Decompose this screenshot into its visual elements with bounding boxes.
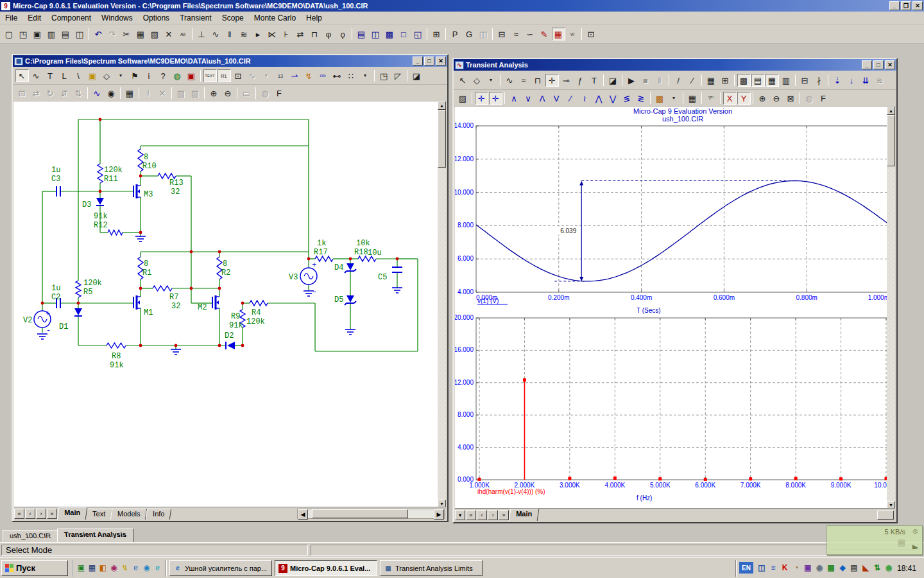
menu-component[interactable]: Component	[46, 12, 96, 24]
power-label-icon[interactable]: P	[449, 28, 462, 40]
taskbar-task-ушной-усилитель-с-пар[interactable]: eУшной усилитель с пар...	[169, 560, 272, 576]
wire-mode-icon[interactable]: L	[58, 69, 71, 82]
border-icon[interactable]: ◳	[377, 69, 391, 82]
print-preview-icon[interactable]: ◫	[73, 28, 87, 40]
schematic-window[interactable]: ▦ C:\Program Files\Spectrum Software\MC9…	[12, 54, 449, 522]
net-activity-icon[interactable]: ⇅	[871, 561, 883, 574]
animate-icon[interactable]: ∽	[524, 28, 537, 40]
prev-page-button[interactable]: ‹	[25, 509, 35, 519]
antivirus-icon[interactable]: K	[779, 561, 791, 574]
capacitor-icon[interactable]: ‖	[223, 28, 237, 40]
analysis-hscroll-thumb[interactable]	[877, 511, 894, 520]
help-point-icon[interactable]: ?	[157, 69, 170, 82]
select-icon[interactable]: ↖	[456, 74, 470, 87]
probe-icon[interactable]: ✎	[538, 28, 551, 40]
updater-icon[interactable]: ◔	[791, 561, 802, 574]
zoom-in-icon[interactable]: ⊕	[207, 87, 221, 100]
tab-menu-button[interactable]: ▾	[455, 510, 465, 520]
launch-1-icon[interactable]: ▣	[76, 561, 87, 574]
tile-vertical-icon[interactable]: ◫	[369, 28, 382, 40]
cursor-left-icon[interactable]: ⇣	[831, 74, 844, 87]
slope-icon[interactable]: ∕	[564, 92, 578, 105]
cursor-mode-icon[interactable]: ✛	[545, 74, 559, 87]
component-mode-icon[interactable]: ∿	[30, 69, 43, 82]
r1-attr-icon[interactable]: R1	[218, 69, 231, 82]
global-high-icon[interactable]: ⋀	[592, 92, 606, 105]
tab-main[interactable]: Main	[57, 507, 88, 520]
clock[interactable]: 18:41	[897, 561, 921, 575]
minimize-button[interactable]: _	[413, 57, 423, 66]
printer-icon[interactable]: ▤	[848, 561, 860, 574]
polyline-icon[interactable]: ∕	[686, 74, 699, 87]
shape-dropdown-icon[interactable]: ▾	[114, 69, 128, 82]
launch-8-icon[interactable]: e	[152, 561, 163, 574]
scroll-left-button[interactable]: ◀	[298, 509, 308, 520]
condition-display-icon[interactable]: ON	[316, 69, 330, 82]
cursor-x-icon[interactable]: ✛	[475, 92, 488, 105]
text-attr-icon[interactable]: TEXT	[203, 69, 217, 82]
font-icon[interactable]: F	[817, 92, 830, 105]
zoom-out-icon[interactable]: ⊖	[770, 92, 783, 105]
resistor-icon[interactable]: ∿	[209, 28, 223, 40]
minimize-button[interactable]: _	[862, 60, 872, 69]
gear-icon[interactable]: ⊛	[912, 527, 918, 536]
zoom-window-icon[interactable]: ⊡	[585, 28, 598, 40]
schematic-canvas[interactable]: 1uC3120kR118R10R1332D391kR12M31uC2120kR5…	[14, 101, 440, 508]
menu-edit[interactable]: Edit	[22, 12, 46, 24]
audio-icon[interactable]: ◉	[814, 561, 825, 574]
inflection-icon[interactable]: ≀	[578, 92, 592, 105]
schematic-hscrollbar[interactable]: ◀ ▶	[297, 509, 445, 519]
menu-scope[interactable]: Scope	[217, 12, 249, 24]
schematic-titlebar[interactable]: ▦ C:\Program Files\Spectrum Software\MC9…	[13, 55, 447, 67]
menu-transient[interactable]: Transient	[175, 12, 217, 24]
text-mode-icon[interactable]: T	[44, 69, 57, 82]
font-icon[interactable]: F	[273, 87, 286, 100]
tab-transient-analysis[interactable]: Transient Analysis	[57, 529, 133, 542]
delete-icon[interactable]: ✕	[162, 28, 176, 40]
y-scale-icon[interactable]: Y	[737, 92, 751, 105]
new-icon[interactable]: ▢	[3, 28, 16, 40]
paste-icon[interactable]: ▧	[148, 28, 162, 40]
launch-6-icon[interactable]: e	[130, 561, 141, 574]
scroll-up-button[interactable]: ▲	[438, 101, 446, 110]
scroll-up-button[interactable]: ▲	[887, 107, 895, 115]
maximize-button[interactable]: □	[424, 57, 434, 66]
menu-windows[interactable]: Windows	[96, 12, 138, 24]
line-mode-icon[interactable]: \	[72, 69, 85, 82]
cursor-y-icon[interactable]: ✛	[489, 92, 502, 105]
zoom-window-icon[interactable]: ⊠	[784, 92, 798, 105]
low-icon[interactable]: V	[550, 92, 563, 105]
plot-legend[interactable]: v(1) (V)	[477, 297, 499, 304]
launch-4-icon[interactable]: ◉	[108, 561, 119, 574]
schematic-vscrollbar[interactable]: ▲ ▼	[438, 101, 446, 508]
properties-icon[interactable]: ◪	[606, 74, 620, 87]
taskbar-task-transient-analysis-limits[interactable]: ▦Transient Analysis Limits	[380, 560, 483, 576]
current-source-icon[interactable]: φ	[322, 28, 336, 40]
close-button[interactable]: ✕	[912, 1, 923, 10]
pattern-4-icon[interactable]: ▥	[780, 74, 793, 87]
zoom-out-icon[interactable]: ⊖	[221, 87, 235, 100]
menu-monte-carlo[interactable]: Monte Carlo	[249, 12, 301, 24]
shape-menu-icon[interactable]: ◇	[470, 74, 484, 87]
node-icon[interactable]: ▣	[185, 69, 198, 82]
maximize-window-icon[interactable]: □	[397, 28, 411, 40]
info-mode-icon[interactable]: i	[142, 69, 156, 82]
link-icon[interactable]: ◍	[171, 69, 184, 82]
p-key-icon[interactable]: 'P'	[705, 92, 718, 105]
network-icon[interactable]: ◫	[756, 561, 767, 574]
text-icon[interactable]: T	[588, 74, 601, 87]
split-icon[interactable]: ⊟	[798, 74, 812, 87]
analysis-window[interactable]: ∿ Transient Analysis _ □ ✕ ↖◇▾∿≈⊓✛⊸ƒT◪▶■…	[452, 58, 898, 523]
first-page-button[interactable]: «	[14, 509, 24, 519]
plot-legend[interactable]: ihd(harm(v(1)-v(4))) (%)	[477, 488, 545, 495]
tracker-icon[interactable]: ∤	[812, 74, 826, 87]
switch-icon[interactable]: ⇄	[294, 28, 307, 40]
close-button[interactable]: ✕	[885, 60, 895, 69]
security-icon[interactable]: ◆	[837, 561, 848, 574]
graph-grid-icon[interactable]: ⊞	[719, 74, 732, 87]
office-icon[interactable]: ▣	[802, 561, 814, 574]
tile-horizontal-icon[interactable]: ▤	[355, 28, 368, 40]
pin-connect-icon[interactable]: ⊷	[330, 69, 344, 82]
close-button[interactable]: ✕	[436, 57, 446, 66]
tab-ush-100cir[interactable]: ush_100.CIR	[3, 530, 58, 542]
